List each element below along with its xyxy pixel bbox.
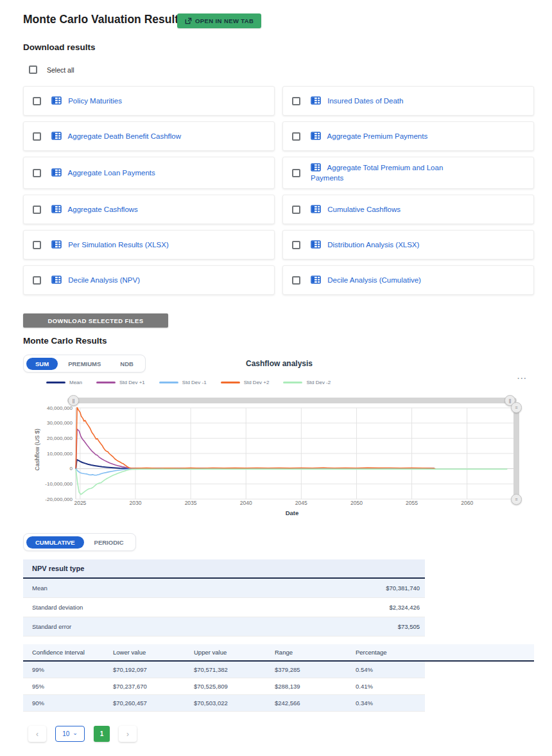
page-number-button[interactable]: 1 xyxy=(94,726,110,742)
page-size-select[interactable]: 10 ⌄ xyxy=(55,726,85,742)
file-download-link[interactable]: Insured Dates of Death xyxy=(311,96,403,106)
confidence-cell: 0.54% xyxy=(356,666,425,673)
file-label: Distribution Analysis (XLSX) xyxy=(327,241,419,249)
file-download-link[interactable]: Aggregate Total Premium and Loan Payment… xyxy=(311,163,471,183)
file-download-link[interactable]: Decile Analysis (Cumulative) xyxy=(311,275,421,285)
file-download-link[interactable]: Decile Analysis (NPV) xyxy=(51,275,140,285)
chart-title: Cashflow analysis xyxy=(215,359,343,368)
file-checkbox[interactable] xyxy=(33,241,41,249)
summary-tabs: CUMULATIVE PERIODIC xyxy=(23,533,136,551)
x-tick-label: 2030 xyxy=(130,500,142,506)
file-card: Aggregate Loan Payments xyxy=(23,157,275,189)
confidence-cell: $242,566 xyxy=(275,699,356,707)
npv-table-body: Mean$70,381,740Standard deviation$2,324,… xyxy=(23,579,425,637)
file-download-link[interactable]: Policy Maturities xyxy=(51,96,122,106)
select-all-checkbox[interactable] xyxy=(29,66,37,74)
legend-swatch xyxy=(159,382,178,383)
file-card: Aggregate Cashflows xyxy=(23,195,275,224)
file-card: Aggregate Premium Payments xyxy=(282,121,534,151)
file-card: Decile Analysis (NPV) xyxy=(23,265,275,295)
more-options-icon[interactable]: ··· xyxy=(517,374,528,382)
y-range-slider-bottom-handle[interactable]: = xyxy=(511,494,522,505)
spreadsheet-icon xyxy=(311,163,321,171)
prev-page-button[interactable]: ‹ xyxy=(28,726,46,742)
open-in-new-tab-button[interactable]: OPEN IN NEW TAB xyxy=(177,13,261,28)
file-card: Distribution Analysis (XLSX) xyxy=(282,230,534,259)
tab-ndb[interactable]: NDB xyxy=(111,358,142,370)
legend-label: Std Dev -1 xyxy=(182,380,207,385)
confidence-interval-table: Confidence IntervalLower valueUpper valu… xyxy=(23,644,534,712)
file-download-link[interactable]: Per Simulation Results (XLSX) xyxy=(51,240,169,250)
select-all-label: Select all xyxy=(47,66,74,74)
spreadsheet-icon xyxy=(311,205,321,213)
npv-row-label: Standard deviation xyxy=(32,604,83,611)
file-checkbox[interactable] xyxy=(292,206,300,214)
cashflow-chart: MeanStd Dev +1Std Dev -1Std Dev +2Std De… xyxy=(0,374,552,523)
legend-swatch xyxy=(221,382,240,383)
file-label: Aggregate Death Benefit Cashflow xyxy=(68,132,181,140)
file-card: Per Simulation Results (XLSX) xyxy=(23,230,275,259)
x-tick-label: 2055 xyxy=(406,500,418,506)
file-checkbox[interactable] xyxy=(292,132,300,141)
chart-plot-area: 40,000,00030,000,00020,000,00010,000,000… xyxy=(0,374,552,523)
y-range-slider-top-handle[interactable]: = xyxy=(511,402,522,413)
x-axis-title: Date xyxy=(266,509,318,516)
file-checkbox[interactable] xyxy=(33,276,41,285)
file-checkbox[interactable] xyxy=(33,169,41,177)
tab-premiums[interactable]: PREMIUMS xyxy=(59,358,110,370)
tab-cumulative[interactable]: CUMULATIVE xyxy=(26,536,84,549)
y-tick-label: 30,000,000 xyxy=(47,420,73,426)
legend-item: Std Dev -2 xyxy=(283,380,331,385)
spreadsheet-icon xyxy=(51,240,62,249)
confidence-cell: $70,503,022 xyxy=(194,699,275,707)
download-selected-files-button[interactable]: DOWNLOAD SELECTED FILES xyxy=(23,313,168,328)
confidence-cell: $288,139 xyxy=(275,683,356,690)
file-checkbox[interactable] xyxy=(292,276,300,285)
file-checkbox[interactable] xyxy=(33,206,41,214)
file-checkbox[interactable] xyxy=(292,169,300,177)
file-card: Policy Maturities xyxy=(23,86,275,116)
legend-label: Std Dev -2 xyxy=(306,380,331,385)
external-link-icon xyxy=(185,17,192,24)
download-results-heading: Download results xyxy=(23,42,96,52)
file-download-link[interactable]: Aggregate Loan Payments xyxy=(51,168,155,178)
spreadsheet-icon xyxy=(311,276,321,284)
confidence-table-row: 95%$70,237,670$70,525,809$288,1390.41% xyxy=(23,678,425,695)
legend-item: Std Dev +2 xyxy=(221,380,270,385)
file-label: Aggregate Total Premium and Loan Payment… xyxy=(311,164,443,182)
npv-table-row: Standard error$73,505 xyxy=(23,617,425,637)
file-label: Decile Analysis (Cumulative) xyxy=(327,276,421,284)
confidence-cell: 0.41% xyxy=(356,683,425,690)
file-label: Aggregate Premium Payments xyxy=(327,132,428,140)
tab-periodic[interactable]: PERIODIC xyxy=(85,536,133,549)
confidence-cell: $70,525,809 xyxy=(194,683,275,690)
file-checkbox[interactable] xyxy=(33,132,41,141)
file-checkbox[interactable] xyxy=(33,97,41,105)
file-download-link[interactable]: Cumulative Cashflows xyxy=(311,204,401,215)
series-line-std-dev-1 xyxy=(76,429,434,468)
y-axis-title: Cashflow (US $) xyxy=(34,407,40,492)
file-download-link[interactable]: Distribution Analysis (XLSX) xyxy=(311,240,419,250)
spreadsheet-icon xyxy=(51,96,62,105)
file-download-link[interactable]: Aggregate Premium Payments xyxy=(311,131,427,141)
file-checkbox[interactable] xyxy=(292,97,300,105)
y-tick-label: -20,000,000 xyxy=(45,497,73,502)
spreadsheet-icon xyxy=(311,132,321,140)
file-download-link[interactable]: Aggregate Cashflows xyxy=(51,204,138,215)
y-range-slider-track[interactable] xyxy=(513,405,519,501)
x-range-slider-left-handle[interactable]: || xyxy=(68,395,79,406)
legend-swatch xyxy=(96,382,116,383)
tab-sum[interactable]: SUM xyxy=(26,358,58,370)
file-checkbox[interactable] xyxy=(292,241,300,249)
confidence-table-row: 99%$70,192,097$70,571,382$379,2850.54% xyxy=(23,662,425,678)
file-download-link[interactable]: Aggregate Death Benefit Cashflow xyxy=(51,131,181,141)
spreadsheet-icon xyxy=(51,205,62,213)
x-range-slider-track[interactable] xyxy=(67,398,517,403)
npv-table-row: Standard deviation$2,324,426 xyxy=(23,598,425,617)
file-label: Policy Maturities xyxy=(68,97,122,105)
legend-swatch xyxy=(46,382,65,383)
file-card: Aggregate Death Benefit Cashflow xyxy=(23,121,275,151)
file-card: Insured Dates of Death xyxy=(282,86,534,116)
next-page-button[interactable]: › xyxy=(119,726,137,742)
legend-item: Std Dev -1 xyxy=(159,380,207,385)
